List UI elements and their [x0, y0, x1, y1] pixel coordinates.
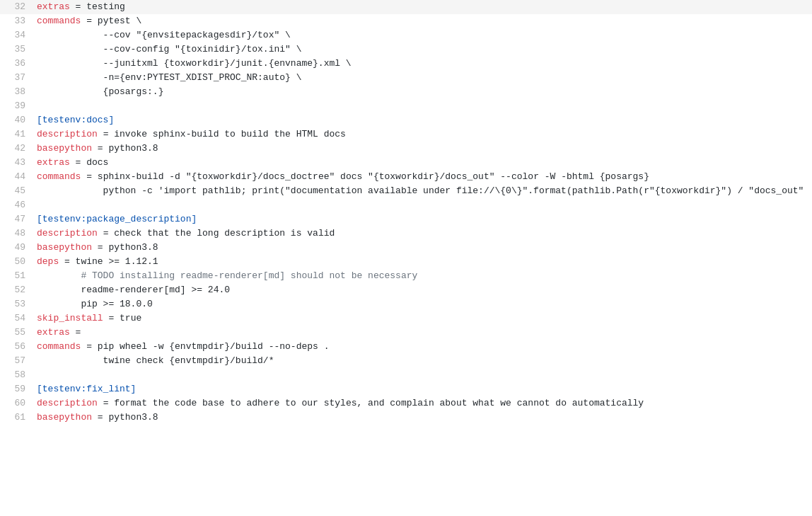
- code-line: 57 twine check {envtmpdir}/build/*: [0, 354, 812, 368]
- section-header: [testenv:docs]: [37, 115, 114, 125]
- code-line: 42basepython = python3.8: [0, 142, 812, 156]
- line-number: 33: [6, 14, 25, 28]
- line-content: extras =: [37, 326, 806, 340]
- line-content: skip_install = true: [37, 311, 806, 326]
- value-token: python -c 'import pathlib; print("docume…: [37, 185, 804, 196]
- code-line: 40[testenv:docs]: [0, 113, 812, 127]
- line-content: commands = pytest \: [37, 14, 806, 28]
- line-content: # TODO installing readme-renderer[md] sh…: [37, 269, 806, 283]
- key-token: description: [37, 228, 98, 239]
- code-line: 58: [0, 368, 812, 382]
- line-content: commands = sphinx-build -d "{toxworkdir}…: [37, 170, 806, 184]
- code-line: 47[testenv:package_description]: [0, 212, 812, 227]
- code-line: 48description = check that the long desc…: [0, 227, 812, 241]
- code-line: 45 python -c 'import pathlib; print("doc…: [0, 184, 812, 198]
- line-number: 61: [6, 411, 25, 425]
- code-line: 43extras = docs: [0, 156, 812, 170]
- line-content: extras = docs: [37, 156, 806, 170]
- line-number: 40: [6, 113, 25, 127]
- line-content: description = invoke sphinx-build to bui…: [37, 127, 806, 142]
- value-token: = true: [103, 313, 142, 323]
- value-token: = pytest \: [81, 16, 141, 26]
- line-number: 47: [6, 212, 25, 227]
- key-token: basepython: [37, 143, 92, 154]
- value-token: =: [70, 327, 81, 338]
- code-line: 41description = invoke sphinx-build to b…: [0, 127, 812, 142]
- code-line: 55extras =: [0, 326, 812, 340]
- code-line: 35 --cov-config "{toxinidir}/tox.ini" \: [0, 42, 812, 57]
- code-line: 50deps = twine >= 1.12.1: [0, 255, 812, 269]
- line-number: 49: [6, 241, 25, 255]
- line-content: extras = testing: [37, 0, 806, 14]
- key-token: commands: [37, 341, 81, 352]
- value-token: twine check {envtmpdir}/build/*: [37, 355, 274, 366]
- line-number: 58: [6, 368, 25, 382]
- line-number: 39: [6, 99, 25, 113]
- value-token: = python3.8: [92, 242, 158, 253]
- line-number: 54: [6, 311, 25, 326]
- code-line: 52 readme-renderer[md] >= 24.0: [0, 283, 812, 297]
- key-token: extras: [37, 1, 70, 12]
- line-content: --cov "{envsitepackagesdir}/tox" \: [37, 28, 806, 42]
- line-content: description = format the code base to ad…: [37, 396, 806, 411]
- key-token: commands: [37, 171, 81, 182]
- code-line: 36 --junitxml {toxworkdir}/junit.{envnam…: [0, 57, 812, 71]
- value-token: = format the code base to adhere to our …: [98, 398, 644, 408]
- line-number: 37: [6, 71, 25, 85]
- code-line: 56commands = pip wheel -w {envtmpdir}/bu…: [0, 340, 812, 354]
- code-line: 54skip_install = true: [0, 311, 812, 326]
- comment-token: # TODO installing readme-renderer[md] sh…: [37, 270, 417, 281]
- line-content: [testenv:fix_lint]: [37, 382, 806, 396]
- line-number: 51: [6, 269, 25, 283]
- value-token: pip >= 18.0.0: [37, 299, 153, 309]
- line-number: 38: [6, 85, 25, 99]
- line-content: description = check that the long descri…: [37, 227, 806, 241]
- line-number: 42: [6, 142, 25, 156]
- line-content: pip >= 18.0.0: [37, 297, 806, 311]
- value-token: = pip wheel -w {envtmpdir}/build --no-de…: [81, 341, 329, 352]
- key-token: basepython: [37, 412, 92, 423]
- line-content: -n={env:PYTEST_XDIST_PROC_NR:auto} \: [37, 71, 806, 85]
- line-number: 45: [6, 184, 25, 198]
- code-line: 38 {posargs:.}: [0, 85, 812, 99]
- code-line: 32extras = testing: [0, 0, 812, 14]
- code-line: 53 pip >= 18.0.0: [0, 297, 812, 311]
- line-content: --junitxml {toxworkdir}/junit.{envname}.…: [37, 57, 806, 71]
- code-line: 46: [0, 198, 812, 212]
- section-header: [testenv:package_description]: [37, 214, 197, 224]
- code-line: 39: [0, 99, 812, 113]
- line-number: 32: [6, 0, 25, 14]
- line-number: 36: [6, 57, 25, 71]
- line-number: 57: [6, 354, 25, 368]
- key-token: extras: [37, 327, 70, 338]
- key-token: description: [37, 129, 98, 139]
- code-line: 51 # TODO installing readme-renderer[md]…: [0, 269, 812, 283]
- value-token: --cov "{envsitepackagesdir}/tox" \: [37, 30, 291, 40]
- key-token: basepython: [37, 242, 92, 253]
- line-number: 53: [6, 297, 25, 311]
- key-token: skip_install: [37, 313, 103, 323]
- code-line: 59[testenv:fix_lint]: [0, 382, 812, 396]
- value-token: = twine >= 1.12.1: [59, 256, 158, 267]
- key-token: description: [37, 398, 98, 408]
- key-token: deps: [37, 256, 59, 267]
- line-number: 60: [6, 396, 25, 411]
- line-content: {posargs:.}: [37, 85, 806, 99]
- code-line: 33commands = pytest \: [0, 14, 812, 28]
- code-editor: 32extras = testing33commands = pytest \3…: [0, 0, 812, 516]
- key-token: commands: [37, 16, 81, 26]
- line-number: 55: [6, 326, 25, 340]
- value-token: = python3.8: [92, 412, 158, 423]
- line-number: 50: [6, 255, 25, 269]
- line-content: [testenv:package_description]: [37, 212, 806, 227]
- line-number: 56: [6, 340, 25, 354]
- section-header: [testenv:fix_lint]: [37, 384, 136, 394]
- line-content: basepython = python3.8: [37, 411, 806, 425]
- value-token: = invoke sphinx-build to build the HTML …: [98, 129, 346, 139]
- value-token: = python3.8: [92, 143, 158, 154]
- value-token: {posargs:.}: [37, 86, 163, 97]
- line-content: python -c 'import pathlib; print("docume…: [37, 184, 806, 198]
- value-token: --cov-config "{toxinidir}/tox.ini" \: [37, 44, 301, 55]
- line-content: --cov-config "{toxinidir}/tox.ini" \: [37, 42, 806, 57]
- code-line: 60description = format the code base to …: [0, 396, 812, 411]
